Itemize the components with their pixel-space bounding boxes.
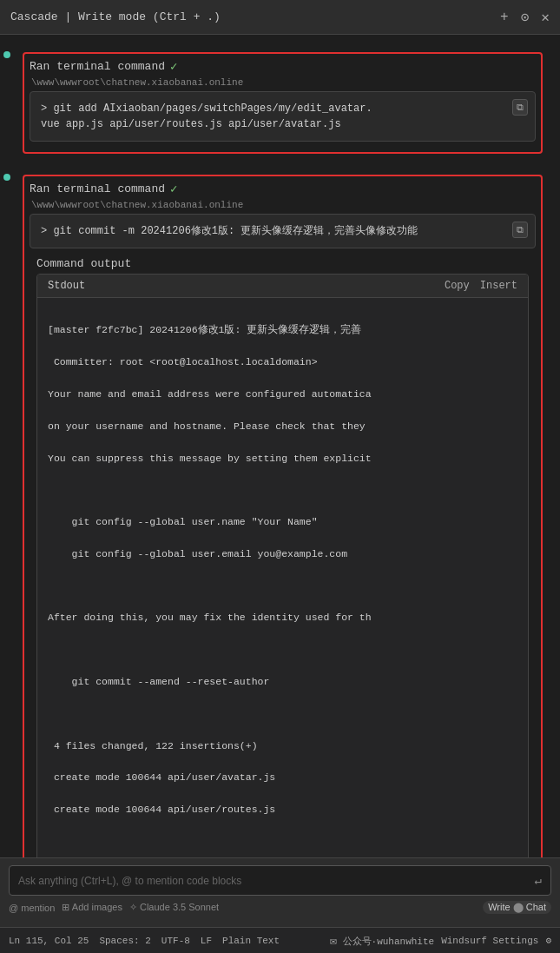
status-bar: Ln 115, Col 25 Spaces: 2 UTF-8 LF Plain … <box>0 927 560 953</box>
status-eol: LF <box>201 936 212 946</box>
stdout-line-11 <box>48 642 517 658</box>
app-title: Cascade | Write mode (Ctrl + .) <box>10 10 221 23</box>
gear-icon[interactable]: ⚙ <box>545 935 551 946</box>
stdout-line-15: create mode 100644 api/user/avatar.js <box>48 770 517 785</box>
write-toggle[interactable]: Write ⬤ Chat <box>483 901 551 914</box>
section1-command-box: > git add AIxiaoban/pages/switchPages/my… <box>30 91 536 142</box>
stdout-line-2: Committer: root <root@localhost.localdom… <box>48 354 517 370</box>
stdout-line-3: Your name and email address were configu… <box>48 387 517 402</box>
stdout-line-6 <box>48 482 517 498</box>
status-language: Plain Text <box>222 936 280 946</box>
stdout-line-4: on your username and hostname. Please ch… <box>48 419 517 434</box>
stdout-line-10: After doing this, you may fix the identi… <box>48 610 517 625</box>
input-placeholder: Ask anything (Ctrl+L), @ to mention code… <box>18 875 241 887</box>
section2-title: Ran terminal command <box>30 182 165 195</box>
section2-copy-btn[interactable]: ⧉ <box>512 222 528 238</box>
input-area: Ask anything (Ctrl+L), @ to mention code… <box>0 857 560 927</box>
mention-btn[interactable]: @ mention <box>9 903 55 913</box>
stdout-copy-btn[interactable]: Copy <box>445 280 470 292</box>
stdout-actions: Copy Insert <box>445 280 517 292</box>
model-selector[interactable]: ✧ Claude 3.5 Sonnet <box>129 902 219 913</box>
close-icon[interactable]: ✕ <box>541 9 550 26</box>
status-encoding: UTF-8 <box>161 936 190 946</box>
section1-title: Ran terminal command <box>30 60 165 73</box>
section1-header: Ran terminal command ✓ <box>30 59 536 74</box>
stdout-insert-btn[interactable]: Insert <box>480 280 517 292</box>
section2-path: \www\wwwroot\chatnew.xiaobanai.online <box>30 200 536 210</box>
section2-header: Ran terminal command ✓ <box>30 182 536 196</box>
section2-red-border: Ran terminal command ✓ \www\wwwroot\chat… <box>23 175 543 857</box>
status-windsurf-settings[interactable]: Windsurf Settings <box>441 936 538 946</box>
stdout-line-1: [master f2fc7bc] 20241206修改1版: 更新头像缓存逻辑，… <box>48 322 517 338</box>
stdout-line-5: You can suppress this message by setting… <box>48 451 517 467</box>
bottom-toolbar: @ mention ⊞ Add images ✧ Claude 3.5 Sonn… <box>0 899 560 916</box>
section-1: Ran terminal command ✓ \www\wwwroot\chat… <box>0 42 560 164</box>
section2-command-text: > git commit -m 20241206修改1版: 更新头像缓存逻辑，完… <box>41 225 418 237</box>
stdout-line-8: git config --global user.email you@examp… <box>48 546 517 562</box>
status-dot-2 <box>3 169 10 185</box>
stdout-line-9 <box>48 579 517 594</box>
status-spaces: Spaces: 2 <box>99 936 150 946</box>
stdout-line-7: git config --global user.name "Your Name… <box>48 514 517 530</box>
stdout-line-12: git commit --amend --reset-author <box>48 674 517 690</box>
section1-path: \www\wwwroot\chatnew.xiaobanai.online <box>30 77 536 88</box>
add-images-btn[interactable]: ⊞ Add images <box>62 902 122 913</box>
title-bar-actions: + ⊙ ✕ <box>500 9 550 26</box>
add-icon[interactable]: + <box>500 10 509 25</box>
title-bar: Cascade | Write mode (Ctrl + .) + ⊙ ✕ <box>0 0 560 35</box>
command-output-label: Command output <box>36 257 529 270</box>
stdout-box: Stdout Copy Insert [master f2fc7bc] 2024… <box>36 274 529 857</box>
section1-check-icon: ✓ <box>170 59 177 74</box>
stdout-line-16: create mode 100644 api/user/routes.js <box>48 802 517 817</box>
stdout-content: [master f2fc7bc] 20241206修改1版: 更新头像缓存逻辑，… <box>37 298 528 857</box>
section1-copy-btn[interactable]: ⧉ <box>512 99 528 116</box>
chat-input-box[interactable]: Ask anything (Ctrl+L), @ to mention code… <box>9 865 551 896</box>
stdout-line-13 <box>48 706 517 722</box>
status-ln: Ln 115, Col 25 <box>9 936 89 946</box>
status-right: ✉ 公众号·wuhanwhite Windsurf Settings ⚙ <box>330 934 551 948</box>
status-left: Ln 115, Col 25 Spaces: 2 UTF-8 LF Plain … <box>9 936 280 946</box>
status-dot-1 <box>3 47 10 63</box>
stdout-line-14: 4 files changed, 122 insertions(+) <box>48 738 517 754</box>
section2-check-icon: ✓ <box>170 182 177 196</box>
section1-red-border: Ran terminal command ✓ \www\wwwroot\chat… <box>23 52 543 154</box>
command-output-section: Command output Stdout Copy Insert [maste… <box>30 254 536 857</box>
stdout-header: Stdout Copy Insert <box>37 275 528 298</box>
section1-command-text: > git add AIxiaoban/pages/switchPages/my… <box>41 103 372 130</box>
stdout-title: Stdout <box>48 280 85 292</box>
enter-icon: ↵ <box>535 873 542 888</box>
section-2-wrapper: Ran terminal command ✓ \www\wwwroot\chat… <box>0 164 560 857</box>
history-icon[interactable]: ⊙ <box>521 9 530 26</box>
section2-command-box: > git commit -m 20241206修改1版: 更新头像缓存逻辑，完… <box>30 214 536 248</box>
wechat-badge: ✉ 公众号·wuhanwhite <box>330 934 434 948</box>
main-scroll-area: Ran terminal command ✓ \www\wwwroot\chat… <box>0 35 560 857</box>
